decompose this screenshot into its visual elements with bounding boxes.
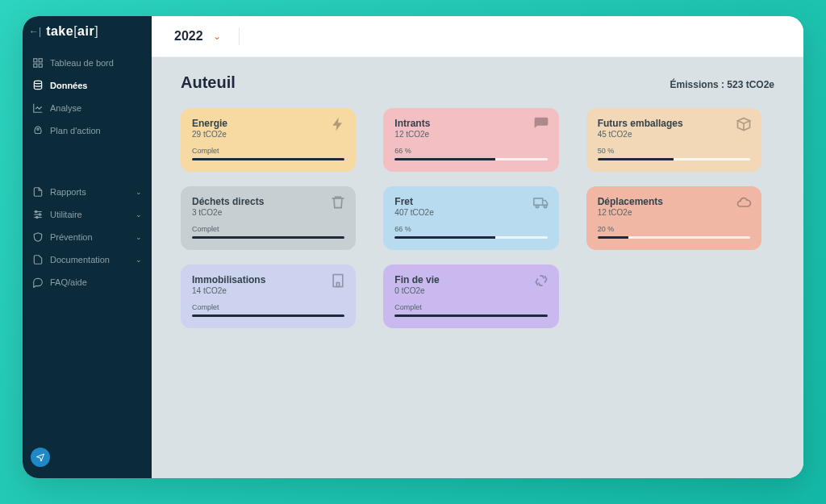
progress-bar <box>394 236 547 239</box>
progress-bar <box>394 158 547 160</box>
sidebar-item-label: Prévention <box>50 232 93 242</box>
chart-icon <box>32 102 44 114</box>
card-status: Complet <box>192 147 344 155</box>
sidebar-item-plan-d-action[interactable]: Plan d'action <box>23 119 152 142</box>
emissions-total: Émissions : 523 tCO2e <box>670 79 774 90</box>
card-title: Déplacements <box>598 196 750 207</box>
progress-bar <box>394 314 547 317</box>
chevron-down-icon[interactable]: ⌄ <box>213 31 221 42</box>
card-status: 50 % <box>598 147 750 155</box>
brand-logo: take[air] <box>46 24 98 39</box>
progress-bar-fill <box>394 314 547 317</box>
svg-rect-1 <box>39 59 42 62</box>
sidebar-item-label: Documentation <box>50 255 110 264</box>
card-title: Déchets directs <box>192 196 344 207</box>
card-status: 66 % <box>394 225 547 233</box>
main-area: 2022 ⌄ Auteuil Émissions : 523 tCO2e Ene… <box>152 16 803 478</box>
brand-bracket-close: ] <box>94 24 98 38</box>
sidebar-item-tableau-de-bord[interactable]: Tableau de bord <box>23 52 152 74</box>
svg-point-5 <box>37 128 39 130</box>
card-fret[interactable]: Fret407 tCO2e66 % <box>383 186 558 250</box>
card-status: 66 % <box>394 147 547 155</box>
chevron-down-icon: ⌄ <box>136 256 142 264</box>
sidebar-item-label: Données <box>50 81 87 90</box>
svg-point-4 <box>34 81 41 84</box>
chevron-down-icon: ⌄ <box>136 188 142 196</box>
svg-rect-20 <box>337 283 340 287</box>
progress-bar-fill <box>598 158 674 160</box>
sidebar-item-donn-es[interactable]: Données <box>23 74 152 97</box>
chevron-down-icon: ⌄ <box>136 210 142 219</box>
page-header: Auteuil Émissions : 523 tCO2e <box>181 73 774 92</box>
topbar: 2022 ⌄ <box>152 16 803 57</box>
card-title: Fret <box>394 196 547 207</box>
card-emballages[interactable]: Futurs emballages45 tCO2e50 % <box>586 108 761 172</box>
sidebar-item-label: FAQ/aide <box>50 277 87 287</box>
svg-rect-15 <box>333 275 343 287</box>
progress-bar-fill <box>192 158 344 160</box>
svg-point-13 <box>536 205 538 207</box>
sidebar-item-rapports[interactable]: Rapports⌄ <box>23 181 152 203</box>
progress-bar-fill <box>598 236 628 239</box>
back-icon[interactable]: ←| <box>29 26 41 37</box>
sidebar-item-utilitaire[interactable]: Utilitaire⌄ <box>23 203 152 226</box>
svg-rect-12 <box>533 198 542 205</box>
sidebar-item-label: Plan d'action <box>50 126 101 135</box>
sidebar-header: ←| take[air] <box>23 16 152 48</box>
card-value: 0 tCO2e <box>394 286 547 295</box>
progress-bar-fill <box>192 314 344 317</box>
package-icon <box>736 116 752 132</box>
sidebar-item-label: Utilitaire <box>50 210 82 219</box>
chat-bubble-icon <box>533 116 549 132</box>
card-immobilisations[interactable]: Immobilisations14 tCO2eComplet <box>181 264 356 328</box>
progress-bar-fill <box>394 236 495 239</box>
card-title: Energie <box>192 118 344 129</box>
data-icon <box>32 80 44 91</box>
progress-bar <box>192 314 344 317</box>
card-value: 12 tCO2e <box>394 130 547 139</box>
progress-bar <box>192 158 344 160</box>
card-status: Complet <box>394 303 547 311</box>
svg-rect-0 <box>34 59 37 62</box>
sidebar-item-analyse[interactable]: Analyse <box>23 97 152 119</box>
sidebar: ←| take[air] Tableau de bordDonnéesAnaly… <box>23 16 152 478</box>
brand-text-1: take <box>46 24 73 38</box>
nav-secondary: Rapports⌄Utilitaire⌄Prévention⌄Documenta… <box>23 177 152 297</box>
svg-point-14 <box>544 205 546 207</box>
app-shell: ←| take[air] Tableau de bordDonnéesAnaly… <box>23 16 803 478</box>
card-value: 3 tCO2e <box>192 208 344 217</box>
progress-bar <box>598 158 750 160</box>
svg-rect-2 <box>39 64 42 67</box>
card-energie[interactable]: Energie29 tCO2eComplet <box>181 108 356 172</box>
svg-rect-3 <box>34 64 37 67</box>
trash-icon <box>330 194 346 210</box>
cloud-icon <box>736 194 752 210</box>
card-intrants[interactable]: Intrants12 tCO2e66 % <box>383 108 558 172</box>
card-deplacements[interactable]: Déplacements12 tCO2e20 % <box>586 186 761 250</box>
progress-bar <box>598 236 750 239</box>
help-fab[interactable] <box>31 448 50 467</box>
bolt-icon <box>330 116 346 132</box>
page-title: Auteuil <box>181 73 236 92</box>
card-title: Futurs emballages <box>598 118 750 129</box>
truck-icon <box>533 194 549 210</box>
card-title: Immobilisations <box>192 274 344 285</box>
sidebar-item-documentation[interactable]: Documentation⌄ <box>23 248 152 271</box>
chevron-down-icon: ⌄ <box>136 233 142 241</box>
card-findevie[interactable]: Fin de vie0 tCO2eComplet <box>383 264 558 328</box>
file-icon <box>32 186 44 198</box>
card-status: Complet <box>192 303 344 311</box>
topbar-divider <box>239 27 240 45</box>
progress-bar <box>192 236 344 239</box>
card-value: 29 tCO2e <box>192 130 344 139</box>
year-selector-label[interactable]: 2022 <box>174 29 203 44</box>
content: Auteuil Émissions : 523 tCO2e Energie29 … <box>152 57 803 478</box>
card-value: 407 tCO2e <box>394 208 547 217</box>
card-value: 45 tCO2e <box>598 130 750 139</box>
card-title: Fin de vie <box>394 274 547 285</box>
sidebar-item-pr-vention[interactable]: Prévention⌄ <box>23 226 152 248</box>
card-dechets[interactable]: Déchets directs3 tCO2eComplet <box>181 186 356 250</box>
brand-text-2: air <box>77 24 94 38</box>
card-status: 20 % <box>598 225 750 233</box>
sidebar-item-faq-aide[interactable]: FAQ/aide <box>23 271 152 294</box>
